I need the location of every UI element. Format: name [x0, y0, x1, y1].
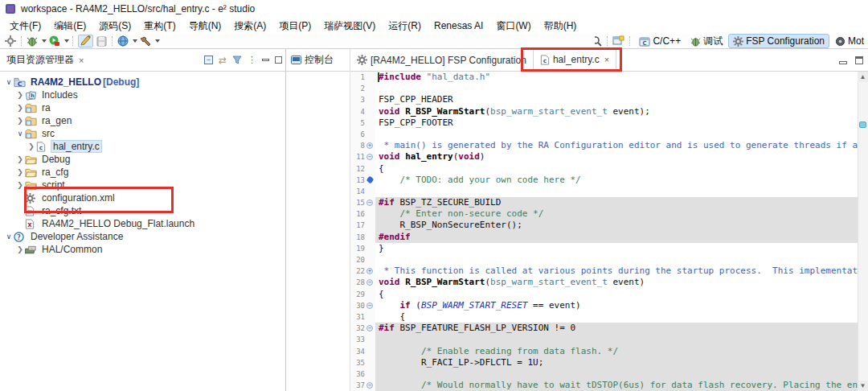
tree-item-hal-common[interactable]: ❯HAL/Common [0, 243, 285, 256]
save-floppy-icon[interactable] [96, 35, 107, 47]
collapsed-arrow-icon[interactable]: ❯ [16, 117, 24, 125]
code-line[interactable]: 18#endif [350, 232, 868, 243]
code-line[interactable]: 5FSP_CPP_FOOTER [350, 117, 868, 129]
expanded-arrow-icon[interactable]: ∨ [5, 78, 13, 86]
code-line[interactable]: 16 /* Enter non-secure code */ [350, 208, 868, 220]
dropdown-arrow-icon[interactable] [155, 39, 160, 43]
collapsed-arrow-icon[interactable]: ❯ [16, 155, 24, 163]
tree-item-ra4m2_hello-debug_flat-launch[interactable]: xRA4M2_HELLO Debug_Flat.launch [0, 217, 285, 230]
code-line[interactable]: 19} [350, 243, 868, 254]
code-line[interactable]: 33 [350, 334, 868, 345]
fold-collapse-icon[interactable]: − [365, 380, 375, 391]
code-line[interactable]: 15−#if BSP_TZ_SECURE_BUILD [350, 197, 868, 208]
code-line[interactable]: 20 [350, 254, 868, 265]
close-icon[interactable]: × [604, 55, 609, 64]
perspective---[interactable]: 调试 [686, 34, 727, 48]
code-line[interactable]: 1#include "hal_data.h" [350, 72, 868, 83]
maximize-icon[interactable] [855, 53, 863, 68]
fold-collapse-icon[interactable]: − [365, 151, 375, 163]
fold-expand-icon[interactable]: + [365, 265, 375, 277]
tree-item-script[interactable]: ❯script [0, 179, 285, 191]
collapsed-arrow-icon[interactable]: ❯ [16, 104, 24, 112]
close-icon[interactable]: × [79, 56, 84, 65]
debug-bug-icon[interactable] [27, 35, 38, 47]
tree-item-ra4m2_hello[interactable]: ∨CRA4M2_HELLO [Debug] [0, 76, 285, 88]
code-line[interactable]: 37− /* Would normally have to wait tDSTO… [350, 380, 868, 391]
tree-item-hal_entry-c[interactable]: ❯chal_entry.c [0, 140, 285, 153]
paintbrush-icon[interactable] [78, 35, 93, 47]
tree-item-debug[interactable]: ❯Debug [0, 153, 285, 166]
maximize-icon[interactable] [275, 56, 282, 64]
menu-item[interactable]: 项目(P) [272, 18, 317, 35]
tree-item-developer-assistance[interactable]: ∨?Developer Assistance [0, 230, 285, 243]
fold-collapse-icon[interactable]: − [365, 277, 375, 288]
fold-collapse-icon[interactable]: − [365, 323, 375, 334]
code-line[interactable]: 35 R_FACI_LP->DFLCTL = 1U; [350, 357, 868, 368]
perspective-c-c--[interactable]: CC/C++ [635, 35, 685, 47]
code-line[interactable]: 14 [350, 186, 868, 197]
code-line[interactable]: 13 /* TODO: add your own code here */ [350, 175, 868, 186]
scroll-down-icon[interactable]: ▼ [858, 381, 868, 391]
dropdown-arrow-icon[interactable] [133, 39, 137, 43]
tree-item-configuration-xml[interactable]: configuration.xml [0, 191, 285, 204]
scroll-up-icon[interactable]: ▲ [858, 72, 868, 82]
code-line[interactable]: 22+ * This function is called at various… [350, 265, 868, 277]
menu-item[interactable]: 导航(N) [182, 18, 228, 35]
fold-collapse-icon[interactable]: − [365, 300, 375, 311]
collapsed-arrow-icon[interactable]: ❯ [16, 168, 24, 176]
menu-item[interactable]: 编辑(E) [47, 18, 92, 35]
fold-expand-icon[interactable]: + [365, 140, 375, 151]
menu-item[interactable]: 窗口(W) [489, 18, 537, 35]
code-line[interactable]: 6 [350, 129, 868, 140]
dropdown-arrow-icon[interactable] [64, 39, 69, 43]
menu-item[interactable]: 搜索(A) [227, 18, 272, 35]
code-line[interactable]: 2 [350, 83, 868, 94]
dropdown-arrow-icon[interactable] [42, 39, 47, 43]
code-line[interactable]: 30− if (BSP_WARM_START_RESET == event) [350, 300, 868, 311]
menu-item[interactable]: 重构(T) [137, 18, 182, 35]
tab--ra4m2_hello--fsp-configuration[interactable]: [RA4M2_HELLO] FSP Configuration [350, 49, 533, 71]
globe-icon[interactable] [117, 35, 129, 47]
tab-hal_entry-c[interactable]: chal_entry.c× [533, 49, 616, 71]
menu-item[interactable]: 源码(S) [92, 18, 137, 35]
collapsed-arrow-icon[interactable]: ❯ [27, 142, 35, 150]
code-line[interactable]: 12{ [350, 163, 868, 175]
collapsed-arrow-icon[interactable]: ❯ [16, 91, 24, 99]
run-play-icon[interactable] [48, 35, 60, 47]
code-line[interactable]: 3FSP_CPP_HEADER [350, 94, 868, 105]
menu-item[interactable]: Renesas AI [428, 19, 489, 33]
code-line[interactable]: 29{ [350, 289, 868, 300]
tree-item-ra_gen[interactable]: ❯ra_gen [0, 114, 285, 127]
expanded-arrow-icon[interactable]: ∨ [5, 233, 13, 241]
tree-item-ra_cfg[interactable]: ❯ra_cfg [0, 166, 285, 179]
expanded-arrow-icon[interactable]: ∨ [16, 130, 24, 138]
minimize-icon[interactable] [839, 53, 847, 68]
settings-gear-icon[interactable] [5, 35, 16, 47]
tab-console[interactable]: 控制台 [286, 49, 338, 71]
collapse-all-icon[interactable]: − [204, 56, 213, 64]
menu-item[interactable]: 瑞萨视图(V) [317, 18, 382, 35]
code-line[interactable]: 32−#if BSP_FEATURE_FLASH_LP_VERSION != 0 [350, 323, 868, 334]
search-icon[interactable] [595, 35, 602, 47]
code-line[interactable]: 31 { [350, 311, 868, 323]
tab-project-explorer[interactable]: 项目资源管理器 × [0, 49, 90, 71]
collapsed-arrow-icon[interactable]: ❯ [16, 245, 24, 253]
fold-collapse-icon[interactable]: − [365, 197, 375, 208]
code-line[interactable]: 17 R_BSP_NonSecureEnter(); [350, 220, 868, 231]
collapsed-arrow-icon[interactable]: ❯ [16, 181, 24, 189]
tree-item-ra_cfg-txt[interactable]: ra_cfg.txt [0, 204, 285, 217]
code-line[interactable]: 4void R_BSP_WarmStart(bsp_warm_start_eve… [350, 106, 868, 117]
tree-item-src[interactable]: ∨src [0, 127, 285, 140]
perspective-fsp-configuration[interactable]: FSP Configuration [728, 34, 829, 48]
code-line[interactable]: 28−void R_BSP_WarmStart(bsp_warm_start_e… [350, 277, 868, 288]
code-line[interactable]: 34 /* Enable reading from data flash. */ [350, 346, 868, 357]
code-line[interactable]: 36 [350, 368, 868, 380]
menu-item[interactable]: 文件(F) [3, 18, 47, 35]
overview-ruler[interactable]: ▲ ▼ [858, 72, 868, 391]
view-menu-icon[interactable]: ⋮ [248, 55, 256, 65]
code-line[interactable]: 11−void hal_entry(void) [350, 151, 868, 163]
tree-item-includes[interactable]: ❯hIncludes [0, 88, 285, 101]
tree-item-ra[interactable]: ❯ra [0, 101, 285, 114]
menu-item[interactable]: 帮助(H) [538, 18, 583, 35]
code-editor[interactable]: 1#include "hal_data.h"23FSP_CPP_HEADER4v… [350, 72, 868, 391]
